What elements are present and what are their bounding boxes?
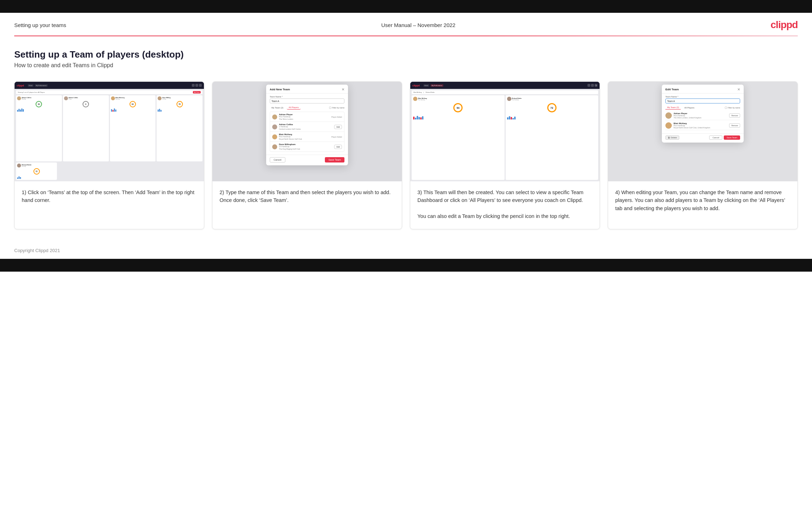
tab-all-players-edit[interactable]: All Players	[682, 106, 696, 110]
modal-add-team-name-label: Team Name *	[270, 96, 344, 98]
modal-add-save-btn[interactable]: Save Team	[325, 157, 344, 162]
filter-checkbox[interactable]	[329, 107, 331, 109]
modal-edit-footer: 🗑 Delete Cancel Save Team	[662, 133, 744, 143]
card-3-text: 3) This Team will then be created. You c…	[410, 181, 600, 229]
card-2: Add New Team ✕ Team Name * Team A My Tea…	[212, 81, 402, 229]
card-4-text: 4) When editing your Team, you can chang…	[608, 181, 797, 229]
header-left-text: Setting up your teams	[14, 22, 66, 28]
modal-add-tabs: My Team (2) All Players Filter by name	[270, 106, 344, 110]
modal-edit-action-btns: Cancel Save Team	[709, 135, 740, 140]
player-info-4: Dave Billingham 3.5 HandicapThe Dog Magi…	[279, 143, 332, 150]
copyright-text: Copyright Clippd 2021	[14, 248, 60, 253]
modal-edit-team-name-input[interactable]: Team A	[665, 98, 740, 103]
add-player-2-btn[interactable]: Add	[334, 125, 342, 129]
player-avatar-4	[272, 144, 277, 149]
trash-icon: 🗑	[668, 137, 670, 139]
edit-player-info-1: Adrian Player Plus HandicapThe Shire Lon…	[674, 112, 727, 119]
add-player-4-btn[interactable]: Add	[334, 145, 342, 149]
player-item-4: Dave Billingham 3.5 HandicapThe Dog Magi…	[270, 142, 344, 151]
td-pencil-ctrl: ✎	[595, 84, 597, 87]
player-info-2: Adrian Coliba 1 HandicapCentral London G…	[279, 123, 332, 130]
cards-row: clippd Home My Performance	[14, 81, 798, 229]
modal-edit-close-icon[interactable]: ✕	[737, 87, 740, 91]
td-ctrl-2	[591, 84, 594, 87]
tab-my-team[interactable]: My Team (2)	[270, 106, 285, 110]
td-filter-sep: |	[423, 91, 424, 93]
player-avatar-2	[272, 124, 277, 129]
modal-edit-header: Edit Team ✕	[662, 85, 744, 94]
mock-filter-text: Viewing 5 out of 6 players from: All Pla…	[18, 91, 45, 93]
tab-my-team-edit[interactable]: My Team (2)	[665, 106, 681, 110]
td-filter-text: Blair McHarg	[413, 91, 422, 93]
player-club-4: 3.5 HandicapThe Dog Maging Golf Club	[279, 145, 332, 150]
player-club-2: 1 HandicapCentral London Golf Centre	[279, 126, 332, 130]
modal-add-team-name-input[interactable]: Team A	[270, 98, 344, 103]
player-item-1: Adrian Player Plus HandicapThe Shire Lon…	[270, 112, 344, 122]
footer: Copyright Clippd 2021	[0, 244, 812, 259]
modal-edit-delete-btn[interactable]: 🗑 Delete	[665, 135, 679, 140]
edit-player-avatar-1	[665, 112, 672, 119]
mock-ctrl-2	[195, 84, 198, 87]
modal-edit-team-name-label: Team Name *	[665, 96, 740, 98]
player-club-3: Plus HandicapRoyal North Devon Golf Club	[279, 135, 329, 140]
modal-edit-save-btn[interactable]: Save Team	[724, 135, 740, 140]
card-4: Edit Team ✕ Team Name * Team A My Team (…	[608, 81, 798, 229]
nav-home: Home	[28, 84, 34, 87]
edit-player-1: Adrian Player Plus HandicapThe Shire Lon…	[665, 111, 740, 120]
modal-add-close-icon[interactable]: ✕	[342, 87, 344, 91]
modal-add-title: Add New Team	[270, 88, 290, 91]
edit-player-info-2: Blair McHarg Plus HandicapRoyal North De…	[674, 122, 727, 129]
player-avatar-1	[272, 114, 277, 119]
header-logo-area: clippd	[771, 19, 798, 31]
edit-filter-checkbox[interactable]	[725, 107, 727, 109]
modal-edit-body: Team Name * Team A My Team (2) All Playe…	[662, 94, 744, 133]
card-1-text: 1) Click on ‘Teams’ at the top of the sc…	[15, 181, 204, 229]
mock-ctrl-3	[199, 84, 202, 87]
card-3-text-part1: 3) This Team will then be created. You c…	[417, 190, 584, 203]
page-subtitle: How to create and edit Teams in Clippd	[14, 62, 798, 69]
nav-teams: My Performance	[35, 84, 47, 87]
modal-add-team: Add New Team ✕ Team Name * Team A My Tea…	[266, 85, 348, 165]
card-3: clippd Home My Performance ✎	[410, 81, 600, 229]
modal-edit-team: Edit Team ✕ Team Name * Team A My Team (…	[662, 85, 744, 143]
edit-filter-label: Filter by name	[728, 107, 740, 109]
remove-player-1-btn[interactable]: Remove	[729, 113, 740, 118]
modal-add-player-list: Adrian Player Plus HandicapThe Shire Lon…	[270, 112, 344, 152]
modal-edit-title: Edit Team	[665, 88, 679, 91]
remove-player-2-btn[interactable]: Remove	[729, 123, 740, 128]
modal-edit-bg: Edit Team ✕ Team Name * Team A My Team (…	[608, 82, 797, 181]
player-status-1: Player Added	[331, 116, 342, 118]
edit-player-2: Blair McHarg Plus HandicapRoyal North De…	[665, 121, 740, 130]
tab-all-players[interactable]: All Players	[287, 106, 300, 110]
header-center-text: User Manual – November 2022	[381, 22, 455, 28]
edit-player-avatar-2	[665, 122, 672, 129]
player-avatar-3	[272, 134, 277, 139]
modal-edit-cancel-btn[interactable]: Cancel	[709, 135, 722, 140]
team-dashboard-mockup: clippd Home My Performance ✎	[410, 82, 600, 181]
pencil-icon: ✎	[596, 85, 597, 86]
td-ctrl-1	[587, 84, 590, 87]
player-info-3: Blair McHarg Plus HandicapRoyal North De…	[279, 133, 329, 140]
modal-edit-tabs: My Team (2) All Players Filter by name	[665, 106, 740, 110]
player-club-1: Plus HandicapThe Shire London	[279, 116, 329, 120]
mock-ctrl-1	[192, 84, 195, 87]
modal-add-footer: Cancel Save Team	[266, 155, 348, 165]
modal-add-bg: Add New Team ✕ Team Name * Team A My Tea…	[212, 82, 402, 181]
card-1-screenshot: clippd Home My Performance	[15, 82, 204, 181]
edit-player-club-2: Plus HandicapRoyal North Devon Golf Club…	[674, 124, 727, 129]
td-logo: clippd	[412, 84, 420, 87]
filter-label: Filter by name	[332, 107, 344, 109]
bottom-bar	[0, 259, 812, 272]
top-bar	[0, 0, 812, 13]
card-3-text-part2: You can also edit a Team by clicking the…	[417, 213, 570, 219]
modal-add-body: Team Name * Team A My Team (2) All Playe…	[266, 94, 348, 155]
mock-add-team-btn: Add Team	[194, 92, 200, 93]
page-title: Setting up a Team of players (desktop)	[14, 49, 798, 60]
player-status-3: Player Added	[331, 136, 342, 138]
td-nav-2: My Performance	[431, 84, 443, 87]
modal-add-cancel-btn[interactable]: Cancel	[270, 157, 285, 162]
card-1: clippd Home My Performance	[14, 81, 204, 229]
player-info-1: Adrian Player Plus HandicapThe Shire Lon…	[279, 113, 329, 120]
main-content: Setting up a Team of players (desktop) H…	[0, 36, 812, 244]
player-item-2: Adrian Coliba 1 HandicapCentral London G…	[270, 122, 344, 132]
